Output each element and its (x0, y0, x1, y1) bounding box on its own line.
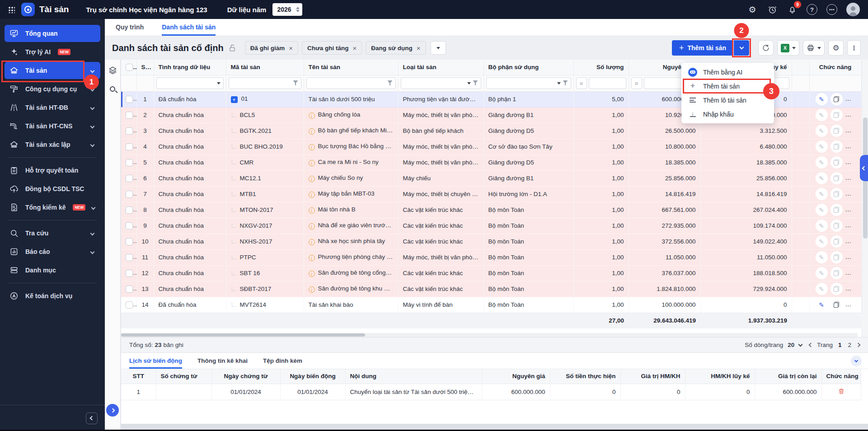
detail-collapse-button[interactable] (851, 356, 862, 366)
copy-button[interactable] (830, 251, 843, 263)
col-code[interactable]: Mã tài sản (226, 60, 304, 75)
funnel-icon[interactable] (293, 80, 298, 86)
row-checkbox[interactable] (126, 206, 133, 214)
row-checkbox[interactable] (126, 96, 133, 103)
qty-filter-operator[interactable]: = (576, 77, 587, 89)
filter-chip-1[interactable]: Chưa ghi tăng× (302, 41, 362, 55)
unlock-icon[interactable] (228, 44, 237, 52)
more-options-icon[interactable]: ⋯ (826, 4, 837, 15)
edit-button[interactable]: ✎ (816, 251, 828, 263)
app-launcher-icon[interactable] (8, 6, 15, 13)
copy-button[interactable] (830, 93, 843, 105)
menu-item-0[interactable]: Thêm bằng AI (681, 65, 774, 79)
row-checkbox[interactable] (126, 254, 133, 261)
row-checkbox[interactable] (126, 159, 133, 166)
remove-chip-icon[interactable]: × (289, 44, 293, 52)
menu-item-3[interactable]: Nhập khẩu (681, 107, 774, 121)
copy-button[interactable] (830, 156, 843, 169)
remove-chip-icon[interactable]: × (417, 44, 421, 52)
funnel-icon[interactable] (563, 80, 568, 86)
edit-button[interactable]: ✎ (816, 299, 828, 311)
refresh-button[interactable] (758, 40, 774, 56)
year-stepper[interactable] (296, 7, 300, 12)
filter-chip-2[interactable]: Đang sử dụng× (366, 41, 426, 55)
cost-filter-operator[interactable]: = (631, 77, 642, 89)
row-checkbox[interactable] (126, 175, 133, 182)
sidebar-item-1[interactable]: Trợ lý AINEW (5, 43, 100, 61)
menu-item-1[interactable]: +Thêm tài sản3 (681, 79, 774, 93)
reminder-clock-icon[interactable] (767, 4, 778, 15)
table-row[interactable]: 10Chưa chuẩn hóaNXHS-2017iNhà xe học sin… (121, 234, 861, 249)
name-filter-input[interactable] (306, 77, 396, 89)
app-logo[interactable] (21, 3, 35, 16)
sidebar-item-13[interactable]: Kế toán dịch vụ (5, 287, 100, 305)
edit-button[interactable]: ✎ (816, 188, 828, 200)
sidebar-item-5[interactable]: Tài sản HT-CNS (5, 117, 100, 135)
vertical-scrollbar[interactable] (862, 60, 868, 337)
col-qty[interactable]: Số lượng (573, 60, 629, 75)
sidebar-item-4[interactable]: Tài sản HT-ĐB (5, 99, 100, 116)
data-year-input[interactable]: 2026 (272, 3, 302, 16)
layers-icon[interactable] (108, 66, 117, 76)
sidebar-collapse-button[interactable] (86, 412, 98, 424)
sidebar-item-0[interactable]: Tổng quan (5, 25, 100, 42)
chevron-down-icon[interactable] (798, 342, 803, 347)
edit-button[interactable]: ✎ (816, 156, 828, 169)
select-all-checkbox[interactable] (126, 64, 133, 71)
row-checkbox[interactable] (126, 112, 133, 119)
qty-filter-input[interactable] (589, 77, 626, 89)
table-row[interactable]: 13Chưa chuẩn hóaSĐBT-2017iSân đường bê t… (121, 281, 861, 297)
copy-button[interactable] (830, 267, 843, 279)
table-row[interactable]: 12Chưa chuẩn hóaSBT 16iSân đường bê tông… (121, 265, 861, 281)
settings-icon[interactable]: ⚙ (747, 4, 758, 15)
table-row[interactable]: 11Chưa chuẩn hóaPTPCiPhương tiện phòng c… (121, 249, 861, 265)
tab-thong-tin-ke-khai[interactable]: Thông tin kê khai (197, 353, 248, 369)
prev-page-button[interactable] (809, 343, 812, 347)
edit-button[interactable]: ✎ (816, 109, 828, 121)
user-avatar[interactable] (846, 3, 860, 16)
table-row[interactable]: 6Chưa chuẩn hóaMC12.1iMáy chiếu So nyMáy… (121, 170, 861, 186)
edit-button[interactable]: ✎ (816, 93, 828, 105)
table-row[interactable]: 3Chưa chuẩn hóaBGTK.2021iBộ bàn ghế tiếp… (121, 123, 861, 139)
more-actions-button[interactable]: ⋮ (847, 40, 861, 56)
funnel-icon[interactable] (473, 80, 478, 86)
dept-filter-select[interactable] (486, 77, 571, 89)
sidebar-item-7[interactable]: Hỗ trợ quyết toán (5, 162, 100, 179)
table-row[interactable]: 14Đã chuẩn hóaMVT2614Tài sản khai báoMáy… (121, 297, 861, 313)
row-checkbox[interactable] (126, 238, 133, 245)
sidebar-item-10[interactable]: Tra cứu (5, 225, 100, 242)
rows-per-page-value[interactable]: 20 (788, 342, 794, 348)
row-checkbox[interactable] (126, 127, 133, 135)
copy-button[interactable] (830, 188, 843, 200)
sidebar-item-9[interactable]: Tổng kiểm kêNEW (5, 199, 100, 216)
add-asset-dropdown-button[interactable]: 2 (734, 40, 749, 56)
edit-button[interactable]: ✎ (816, 172, 828, 184)
row-checkbox[interactable] (126, 222, 133, 230)
table-row[interactable]: 5Chưa chuẩn hóaCMRiCa me ra Mi ni - So n… (121, 155, 861, 170)
sidebar-item-12[interactable]: Danh mục (5, 262, 100, 279)
row-checkbox[interactable] (126, 143, 133, 150)
expand-row-icon[interactable]: + (231, 96, 238, 103)
copy-button[interactable] (830, 299, 843, 311)
copy-button[interactable] (830, 283, 843, 295)
edit-button[interactable]: ✎ (816, 267, 828, 279)
row-checkbox[interactable] (126, 270, 133, 277)
sidebar-item-6[interactable]: Tài sản xác lập (5, 136, 100, 153)
delete-button[interactable] (838, 389, 845, 396)
table-row[interactable]: 8Chưa chuẩn hóaMTON-2017iMái tôn nhà BCá… (121, 202, 861, 218)
notifications-bell-icon[interactable]: 9 (787, 4, 798, 15)
row-checkbox[interactable] (126, 191, 133, 198)
menu-item-2[interactable]: Thêm lô tài sản (681, 93, 774, 107)
copy-button[interactable] (830, 172, 843, 184)
edit-button[interactable]: ✎ (816, 204, 828, 216)
col-type[interactable]: Loại tài sản (398, 60, 483, 75)
row-checkbox[interactable] (126, 301, 133, 309)
edit-button[interactable]: ✎ (816, 220, 828, 232)
col-stt[interactable]: STT (136, 60, 154, 75)
col-dept[interactable]: Bộ phận sử dụng (483, 60, 573, 75)
tab-danh-sach-tai-san[interactable]: Danh sách tài sản (162, 19, 216, 36)
filter-chip-0[interactable]: Đã ghi giảm× (245, 41, 298, 55)
table-row[interactable]: 7Chưa chuẩn hóaMTB1iMáy tập bắn MBT-03Má… (121, 186, 861, 202)
export-excel-button[interactable] (777, 40, 799, 56)
copy-button[interactable] (830, 220, 843, 232)
